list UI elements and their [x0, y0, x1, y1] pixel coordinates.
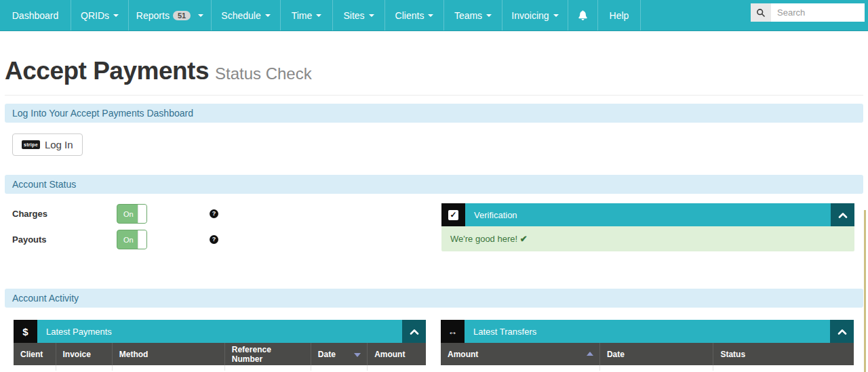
latest-payments-panel: $ Latest Payments Client Invoice — [14, 320, 426, 371]
section-header-account-status: Account Status — [5, 175, 863, 194]
chevron-down-icon — [428, 14, 433, 17]
payouts-row: Payouts On ? — [5, 229, 441, 249]
charges-label: Charges — [5, 209, 117, 219]
chevron-down-icon — [198, 14, 203, 17]
column-header-status[interactable]: Status — [713, 343, 854, 365]
nav-item-dashboard[interactable]: Dashboard — [0, 0, 71, 30]
sort-asc-icon — [587, 352, 593, 356]
payouts-help-icon[interactable]: ? — [210, 235, 218, 244]
nav-label: Teams — [454, 10, 482, 21]
column-header-invoice[interactable]: Invoice — [56, 343, 112, 365]
payments-collapse-button[interactable] — [402, 320, 426, 343]
stripe-login-button[interactable]: stripe Log In — [12, 133, 83, 156]
nav-item-qrids[interactable]: QRIDs — [71, 0, 129, 30]
nav-label: Time — [292, 10, 313, 21]
table-header-row: Amount Date Status — [441, 343, 854, 365]
nav-label: Sites — [343, 10, 364, 21]
right-edge-strip — [864, 210, 866, 372]
page-title-row: Accept Payments Status Check — [5, 57, 863, 85]
column-header-method[interactable]: Method — [112, 343, 224, 365]
table-row — [14, 365, 426, 371]
nav-item-notifications[interactable] — [568, 0, 598, 30]
section-header-login: Log Into Your Accept Payments Dashboard — [5, 104, 863, 123]
latest-payments-title: Latest Payments — [37, 320, 402, 343]
page-subtitle: Status Check — [215, 64, 312, 83]
payouts-label: Payouts — [5, 234, 117, 245]
nav-label: Schedule — [221, 10, 260, 21]
toggle-on-label: On — [123, 210, 134, 218]
latest-transfers-table: Amount Date Status — [441, 343, 854, 371]
charges-toggle[interactable]: On — [117, 204, 147, 224]
page-title: Accept Payments — [5, 57, 209, 85]
chevron-down-icon — [316, 14, 321, 17]
column-header-reference-number[interactable]: Reference Number — [224, 343, 311, 365]
column-label: Date — [318, 350, 336, 359]
search-input[interactable] — [771, 3, 865, 22]
nav-item-reports[interactable]: Reports 51 — [129, 0, 212, 30]
toggle-knob — [138, 230, 146, 249]
column-header-client[interactable]: Client — [14, 343, 56, 365]
payments-icon-box: $ — [14, 320, 37, 343]
nav-item-teams[interactable]: Teams — [444, 0, 502, 30]
reports-count-badge: 51 — [173, 11, 191, 20]
verification-column: ✓ Verification We're good here! ✔ — [441, 203, 863, 255]
verification-panel-header: ✓ Verification — [441, 203, 854, 226]
dollar-icon: $ — [22, 326, 28, 337]
search-button[interactable] — [751, 3, 771, 22]
chevron-down-icon — [553, 14, 559, 17]
transfers-icon-box: ↔ — [441, 320, 465, 343]
transfers-collapse-button[interactable] — [830, 320, 854, 343]
verification-collapse-button[interactable] — [831, 203, 854, 226]
stripe-logo-icon: stripe — [22, 140, 40, 149]
nav-item-help[interactable]: Help — [598, 0, 641, 30]
latest-transfers-title: Latest Transfers — [465, 320, 830, 343]
login-row: stripe Log In — [12, 133, 863, 156]
status-text: We're good here! — [450, 234, 517, 244]
chevron-down-icon — [113, 14, 119, 17]
charges-row: Charges On ? — [5, 203, 441, 224]
payouts-toggle[interactable]: On — [117, 230, 147, 249]
chevron-down-icon — [265, 14, 271, 17]
title-divider — [5, 95, 863, 96]
verification-status-message: We're good here! ✔ — [441, 226, 854, 251]
nav-label: Help — [610, 10, 629, 21]
column-header-amount[interactable]: Amount — [368, 343, 426, 365]
notifications-bell-icon — [578, 10, 587, 20]
verification-panel-title: Verification — [465, 203, 831, 226]
transfer-arrows-icon: ↔ — [448, 326, 458, 337]
nav-label: QRIDs — [81, 10, 109, 21]
chevron-up-icon — [410, 329, 419, 335]
main-content: Accept Payments Status Check Log Into Yo… — [0, 57, 868, 371]
latest-payments-table: Client Invoice Method Reference Number D… — [14, 343, 426, 371]
toggle-knob — [138, 205, 146, 223]
verification-icon-box: ✓ — [441, 203, 465, 226]
nav-label: Clients — [395, 10, 425, 21]
latest-transfers-header: ↔ Latest Transfers — [441, 320, 854, 343]
nav-item-invoicing[interactable]: Invoicing — [502, 0, 568, 30]
nav-label: Invoicing — [511, 10, 549, 21]
table-header-row: Client Invoice Method Reference Number D… — [14, 343, 426, 365]
charges-help-icon[interactable]: ? — [210, 209, 218, 218]
nav-label: Reports — [136, 10, 170, 21]
column-header-date[interactable]: Date — [599, 343, 713, 365]
column-header-date[interactable]: Date — [311, 343, 367, 365]
latest-transfers-panel: ↔ Latest Transfers Amount — [441, 320, 854, 371]
nav-item-time[interactable]: Time — [281, 0, 333, 30]
verification-panel: ✓ Verification We're good here! ✔ — [441, 203, 854, 251]
chevron-up-icon — [837, 329, 847, 335]
nav-item-schedule[interactable]: Schedule — [212, 0, 281, 30]
chevron-up-icon — [838, 212, 848, 218]
latest-payments-header: $ Latest Payments — [14, 320, 426, 343]
column-header-amount[interactable]: Amount — [441, 343, 599, 365]
status-toggles: Charges On ? Payouts On ? — [5, 203, 441, 255]
account-status-grid: Charges On ? Payouts On ? ✓ — [5, 203, 863, 255]
table-row — [441, 365, 854, 371]
login-button-label: Log In — [45, 139, 73, 150]
nav-item-sites[interactable]: Sites — [333, 0, 385, 30]
nav-item-clients[interactable]: Clients — [385, 0, 444, 30]
section-header-account-activity: Account Activity — [5, 289, 863, 308]
nav-label: Dashboard — [12, 10, 59, 21]
search-icon — [756, 8, 766, 18]
chevron-down-icon — [486, 14, 492, 17]
search-box — [751, 3, 865, 22]
